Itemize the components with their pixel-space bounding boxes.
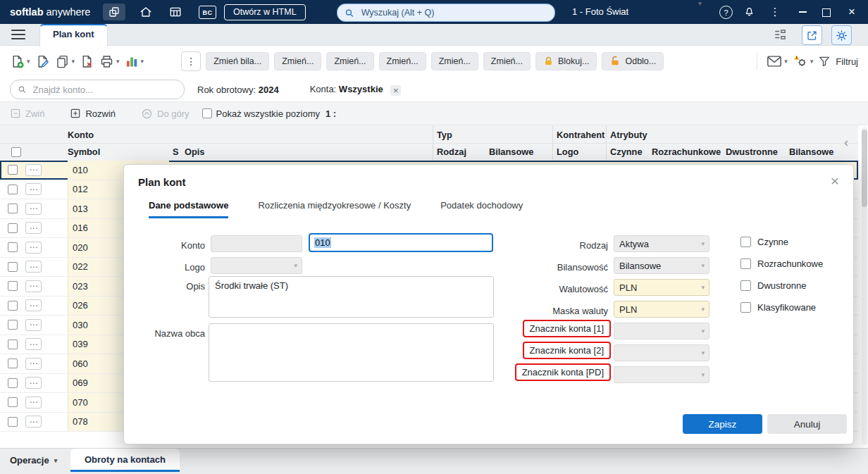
rodzaj-select[interactable]: Aktywa ▾ xyxy=(614,235,709,252)
window-close-icon[interactable]: × xyxy=(845,0,859,23)
column-header-s[interactable]: S xyxy=(173,146,179,158)
zmien-bilansowosc-button[interactable]: Zmień bila... xyxy=(206,52,269,70)
find-account-search[interactable] xyxy=(10,80,185,99)
global-search-input[interactable] xyxy=(360,7,547,18)
row-checkbox[interactable] xyxy=(8,320,18,330)
home-icon[interactable] xyxy=(140,6,152,18)
zmien-button-6[interactable]: Zmień... xyxy=(483,52,531,70)
row-checkbox[interactable] xyxy=(8,242,18,252)
row-actions-button[interactable]: ⋯ xyxy=(25,319,42,331)
accounts-filter[interactable]: Konta: Wszystkie × xyxy=(310,84,402,96)
menu-icon[interactable] xyxy=(11,30,25,39)
row-actions-button[interactable]: ⋯ xyxy=(25,203,42,215)
chevron-down-icon[interactable]: ▾ xyxy=(810,58,814,65)
hierarchy-icon[interactable] xyxy=(774,29,786,40)
row-actions-button[interactable]: ⋯ xyxy=(25,338,42,350)
new-account-button[interactable]: ▾ xyxy=(10,54,30,69)
settings-alert-button[interactable]: ▾ xyxy=(793,54,814,69)
theme-button[interactable] xyxy=(831,25,852,45)
edit-account-button[interactable] xyxy=(35,54,50,69)
tab-obroty-na-kontach[interactable]: Obroty na kontach xyxy=(70,449,180,472)
bc-module-icon[interactable]: BC xyxy=(199,6,216,19)
maximize-icon[interactable] xyxy=(822,8,831,17)
konto-input[interactable]: 010 xyxy=(309,233,493,252)
row-checkbox[interactable] xyxy=(8,301,18,311)
dwustronne-checkbox[interactable] xyxy=(740,280,751,291)
znacznik-konta-pd-select[interactable]: ▾ xyxy=(614,366,709,383)
zmien-button-4[interactable]: Zmień... xyxy=(379,52,426,70)
scrollbar-thumb[interactable] xyxy=(862,130,867,207)
checkbox-dwustronne[interactable]: Dwustronne xyxy=(740,280,806,291)
chevron-down-icon[interactable]: ▾ xyxy=(141,58,144,65)
spreadsheet-icon[interactable] xyxy=(169,6,182,18)
konto-prefix-input[interactable] xyxy=(211,235,302,252)
row-checkbox[interactable] xyxy=(8,358,18,368)
nazwa-obca-textarea[interactable] xyxy=(209,323,494,382)
row-actions-button[interactable]: ⋯ xyxy=(25,299,42,311)
row-actions-button[interactable]: ⋯ xyxy=(25,222,42,234)
row-actions-button[interactable]: ⋯ xyxy=(25,280,42,292)
opis-textarea[interactable]: Środki trwałe (ST) xyxy=(209,276,494,318)
more-options-icon[interactable]: ⋮ xyxy=(769,0,781,24)
checkbox-czynne[interactable]: Czynne xyxy=(740,237,788,247)
share-button[interactable] xyxy=(802,25,822,45)
row-actions-button[interactable]: ⋯ xyxy=(25,397,42,408)
operations-menu[interactable]: Operacje ▾ xyxy=(10,449,57,473)
level-value[interactable]: 1 : xyxy=(326,108,336,119)
tab-dane-podstawowe[interactable]: Dane podstawowe xyxy=(149,200,228,218)
row-actions-button[interactable]: ⋯ xyxy=(25,242,42,254)
company-selector[interactable]: 1 - Foto Świat ▾ xyxy=(564,0,705,24)
row-actions-button[interactable]: ⋯ xyxy=(25,377,42,389)
logo-select[interactable]: ▾ xyxy=(211,257,302,274)
czynne-checkbox[interactable] xyxy=(740,237,751,247)
tab-rozliczenia-miedzyokresowe[interactable]: Rozliczenia międzyokresowe / Koszty xyxy=(258,200,411,218)
to-top-button[interactable]: Do góry xyxy=(141,108,190,120)
delete-account-button[interactable] xyxy=(80,54,94,69)
save-button[interactable]: Zapisz xyxy=(683,414,762,434)
znacznik-konta-2-select[interactable]: ▾ xyxy=(614,344,709,361)
zmien-button-3[interactable]: Zmień... xyxy=(326,52,373,70)
row-actions-button[interactable]: ⋯ xyxy=(25,164,42,176)
chart-button[interactable]: ▾ xyxy=(125,54,144,68)
checkbox-klasyfikowane[interactable]: Klasyfikowane xyxy=(740,302,816,313)
column-header-bilansowe-2[interactable]: Bilansowe xyxy=(789,146,833,158)
chevron-down-icon[interactable]: ▾ xyxy=(784,58,788,65)
column-header-dwustronne[interactable]: Dwustronne xyxy=(726,146,778,158)
row-checkbox[interactable] xyxy=(8,165,18,175)
chevron-down-icon[interactable]: ▾ xyxy=(72,58,75,65)
remove-filter-icon[interactable]: × xyxy=(390,85,401,96)
row-checkbox[interactable] xyxy=(8,378,18,388)
walutowosc-select[interactable]: PLN ▾ xyxy=(614,279,709,296)
mail-button[interactable]: ▾ xyxy=(767,55,788,68)
chevron-down-icon[interactable]: ▾ xyxy=(27,58,30,65)
checkbox-rozrachunkowe[interactable]: Rozrachunkowe xyxy=(740,258,823,269)
row-checkbox[interactable] xyxy=(8,281,18,291)
row-checkbox[interactable] xyxy=(8,397,18,407)
column-header-opis[interactable]: Opis xyxy=(185,146,204,158)
notifications-button[interactable] xyxy=(743,6,755,18)
row-checkbox[interactable] xyxy=(8,185,18,194)
print-button[interactable]: ▾ xyxy=(99,54,120,69)
expand-button[interactable]: Rozwiń xyxy=(70,108,116,119)
row-actions-button[interactable]: ⋯ xyxy=(25,358,42,370)
row-checkbox[interactable] xyxy=(8,339,18,349)
rozrachunkowe-checkbox[interactable] xyxy=(740,258,751,269)
row-checkbox[interactable] xyxy=(8,223,18,233)
minimize-icon[interactable] xyxy=(799,11,807,13)
zmien-button-5[interactable]: Zmień... xyxy=(431,52,478,70)
lock-button[interactable]: Blokuj... xyxy=(535,52,597,70)
row-actions-button[interactable]: ⋯ xyxy=(25,261,42,273)
show-all-levels-toggle[interactable]: Pokaż wszystkie poziomy xyxy=(202,108,320,119)
row-checkbox[interactable] xyxy=(8,204,18,213)
help-button[interactable]: ? xyxy=(719,6,733,19)
maska-waluty-select[interactable]: PLN ▾ xyxy=(614,301,709,318)
column-header-logo[interactable]: Logo xyxy=(557,146,578,158)
column-header-rodzaj[interactable]: Rodzaj xyxy=(437,146,466,158)
show-all-levels-checkbox[interactable] xyxy=(202,108,212,118)
toolbar-more-button[interactable]: ⋮ xyxy=(181,51,201,71)
column-header-rozrachunkowe[interactable]: Rozrachunkowe xyxy=(652,146,721,158)
find-account-input[interactable] xyxy=(32,84,177,96)
copy-account-button[interactable]: ▾ xyxy=(55,54,75,69)
collapse-button[interactable]: Zwiń xyxy=(10,108,44,119)
filter-button[interactable]: Filtruj xyxy=(818,55,858,68)
